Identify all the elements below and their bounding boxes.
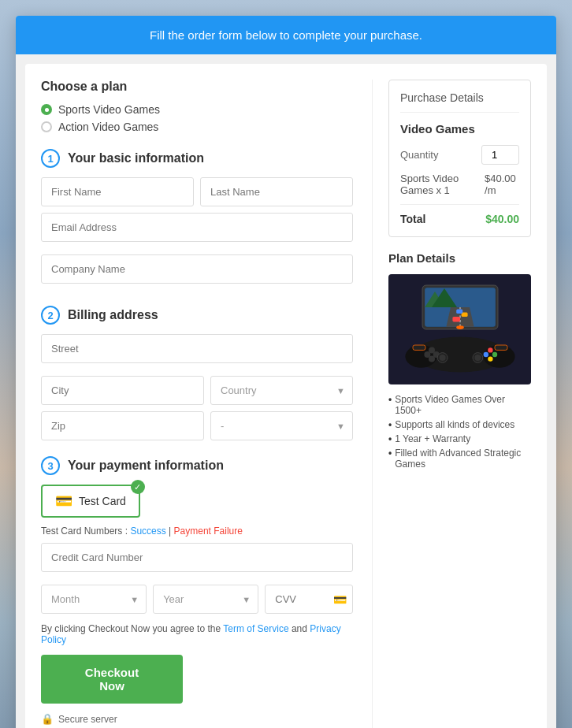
qty-row: Quantity	[400, 145, 519, 165]
credit-card-icon: 💳	[55, 492, 72, 510]
cc-number-input[interactable]	[41, 543, 353, 572]
expiry-cvv-row: Month JanuaryFebruaryMarch AprilMayJune …	[41, 585, 353, 614]
svg-point-22	[439, 355, 445, 361]
price-label: Sports Video Games x 1	[400, 173, 485, 196]
svg-point-25	[456, 325, 464, 329]
page-wrapper: Fill the order form below to complete yo…	[16, 16, 556, 728]
svg-point-20	[488, 356, 492, 361]
main-content: Choose a plan Sports Video Games Action …	[25, 64, 547, 728]
test-card-info: Test Card Numbers : Success | Payment Fa…	[41, 526, 353, 537]
cvv-wrap: 💳	[265, 585, 353, 614]
company-row	[41, 254, 353, 290]
purchase-title: Purchase Details	[400, 91, 519, 113]
company-input[interactable]	[41, 254, 353, 284]
tos-link[interactable]: Term of Service	[223, 623, 288, 634]
choose-plan-title: Choose a plan	[41, 80, 353, 94]
state-select[interactable]: - CA NY TX	[210, 411, 353, 440]
feature-3: •Filled with Advanced Strategic Games	[388, 448, 531, 470]
street-row	[41, 334, 353, 370]
feature-2: •1 Year + Warranty	[388, 433, 531, 444]
qty-input[interactable]	[481, 145, 519, 165]
price-value: $40.00 /m	[485, 173, 519, 196]
month-select[interactable]: Month JanuaryFebruaryMarch AprilMayJune …	[41, 585, 147, 614]
total-row: Total $40.00	[400, 213, 519, 225]
plan-sports[interactable]: Sports Video Games	[41, 103, 353, 116]
section3-title: Your payment information	[68, 459, 224, 473]
section2-title: Billing address	[68, 308, 158, 322]
svg-point-19	[492, 352, 496, 357]
radio-action	[41, 121, 52, 132]
street-input[interactable]	[41, 334, 353, 363]
game-controller-image	[388, 274, 531, 384]
price-row: Sports Video Games x 1 $40.00 /m	[400, 173, 519, 205]
total-label: Total	[400, 213, 425, 225]
card-label: Test Card	[79, 495, 126, 507]
banner-text: Fill the order form below to complete yo…	[150, 28, 422, 42]
zip-input[interactable]	[41, 411, 204, 440]
year-select-wrap: Year 202420252026 2027202820292030 ▼	[153, 585, 258, 614]
section1-title: Your basic information	[68, 151, 204, 165]
section3-header: 3 Your payment information	[41, 456, 353, 475]
step3-circle: 3	[41, 456, 60, 475]
cc-row	[41, 543, 353, 578]
email-row	[41, 213, 353, 248]
right-panel: Purchase Details Video Games Quantity Sp…	[373, 80, 531, 728]
zip-state-row: - CA NY TX ▼	[41, 411, 353, 440]
svg-rect-5	[452, 317, 460, 321]
svg-point-17	[488, 347, 492, 352]
feature-1: •Supports all kinds of devices	[388, 419, 531, 430]
radio-sports	[41, 104, 52, 115]
test-card-button[interactable]: 💳 Test Card ✓	[41, 485, 140, 518]
top-banner: Fill the order form below to complete yo…	[16, 16, 556, 54]
success-link[interactable]: Success	[130, 526, 165, 537]
purchase-box: Purchase Details Video Games Quantity Sp…	[388, 80, 531, 237]
email-input[interactable]	[41, 213, 353, 242]
test-card-prefix: Test Card Numbers :	[41, 526, 130, 537]
terms-text: By clicking Checkout Now you agree to th…	[41, 623, 353, 645]
checkout-button[interactable]: Checkout Now	[41, 655, 183, 704]
country-select-wrap: Country United States Canada UK Australi…	[210, 376, 353, 405]
secure-row: 🔒 Secure server	[41, 713, 353, 725]
controller-svg	[397, 282, 523, 377]
plan-action-label: Action Video Games	[58, 121, 158, 133]
plan-sports-label: Sports Video Games	[58, 103, 160, 116]
svg-rect-27	[495, 345, 507, 350]
state-select-wrap: - CA NY TX ▼	[210, 411, 353, 440]
last-name-input[interactable]	[200, 177, 353, 206]
year-select[interactable]: Year 202420252026 2027202820292030	[153, 585, 258, 614]
product-name: Video Games	[400, 122, 519, 136]
svg-rect-7	[456, 309, 462, 314]
country-select[interactable]: Country United States Canada UK Australi…	[210, 376, 353, 405]
plan-action[interactable]: Action Video Games	[41, 121, 353, 133]
plan-features: •Sports Video Games Over 1500+ •Supports…	[388, 394, 531, 470]
name-row	[41, 177, 353, 206]
step1-circle: 1	[41, 149, 60, 168]
section1-header: 1 Your basic information	[41, 149, 353, 168]
svg-point-16	[429, 356, 435, 362]
city-country-row: Country United States Canada UK Australi…	[41, 376, 353, 405]
svg-point-18	[483, 352, 488, 357]
secure-label: Secure server	[58, 714, 117, 725]
first-name-input[interactable]	[41, 177, 194, 206]
city-input[interactable]	[41, 376, 204, 405]
terms-prefix: By clicking Checkout Now you agree to th…	[41, 623, 223, 634]
qty-label: Quantity	[400, 149, 438, 161]
left-panel: Choose a plan Sports Video Games Action …	[41, 80, 373, 728]
lock-icon: 🔒	[41, 713, 54, 725]
section2-header: 2 Billing address	[41, 306, 353, 325]
check-badge-icon: ✓	[131, 480, 145, 494]
total-value: $40.00	[485, 213, 519, 225]
cvv-card-icon: 💳	[333, 593, 347, 606]
svg-rect-26	[413, 345, 425, 350]
terms-middle: and	[292, 623, 310, 634]
step2-circle: 2	[41, 306, 60, 325]
feature-0: •Sports Video Games Over 1500+	[388, 394, 531, 416]
failure-link[interactable]: Payment Failure	[174, 526, 243, 537]
month-select-wrap: Month JanuaryFebruaryMarch AprilMayJune …	[41, 585, 147, 614]
plan-details-title: Plan Details	[388, 251, 531, 265]
svg-point-24	[474, 355, 481, 361]
